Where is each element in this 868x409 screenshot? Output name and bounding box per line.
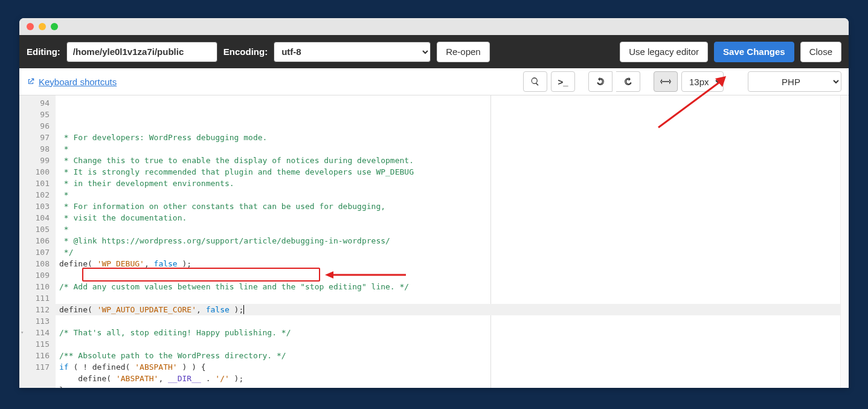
search-icon	[530, 77, 540, 86]
code-line[interactable]: * @link https://wordpress.org/support/ar…	[56, 235, 849, 246]
code-line[interactable]: *	[56, 224, 849, 235]
code-line[interactable]	[56, 338, 849, 350]
editor-toolbar: Keyboard shortcuts >_ 13px PHP	[19, 68, 849, 95]
language-select[interactable]: PHP	[748, 71, 841, 92]
top-toolbar: Editing: Encoding: utf-8 Re-open Use leg…	[19, 35, 849, 68]
use-legacy-editor-button[interactable]: Use legacy editor	[620, 42, 708, 62]
keyboard-shortcuts-label: Keyboard shortcuts	[39, 77, 117, 87]
font-size-select[interactable]: 13px	[681, 71, 724, 92]
reopen-button[interactable]: Re-open	[437, 42, 490, 62]
code-line[interactable]: */	[56, 246, 849, 258]
file-path-input[interactable]	[66, 42, 217, 62]
external-link-icon	[27, 77, 35, 86]
encoding-select[interactable]: utf-8	[274, 42, 431, 62]
search-button[interactable]	[523, 71, 547, 92]
code-line[interactable]: * It is strongly recommended that plugin…	[56, 166, 849, 178]
code-area[interactable]: * For developers: WordPress debugging mo…	[56, 95, 849, 388]
line-number-gutter: 9495969798991001011021031041051061071081…	[19, 95, 56, 388]
code-line[interactable]	[56, 292, 849, 304]
redo-icon	[623, 77, 633, 86]
close-button[interactable]: Close	[800, 42, 841, 62]
code-line[interactable]: define( 'WP_AUTO_UPDATE_CORE', false );	[56, 304, 849, 315]
redo-button[interactable]	[616, 71, 640, 92]
undo-button[interactable]	[588, 71, 612, 92]
code-line[interactable]: /* Add any custom values between this li…	[56, 281, 849, 292]
code-line[interactable]	[56, 269, 849, 281]
code-line[interactable]: * in their development environments.	[56, 178, 849, 189]
maximize-window-button[interactable]	[51, 23, 58, 30]
code-line[interactable]: * For information on other constants tha…	[56, 201, 849, 212]
code-line[interactable]: * Change this to true to enable the disp…	[56, 155, 849, 166]
wrap-icon	[660, 77, 671, 86]
undo-icon	[596, 77, 605, 86]
keyboard-shortcuts-link[interactable]: Keyboard shortcuts	[27, 77, 117, 87]
code-line[interactable]: * visit the documentation.	[56, 212, 849, 224]
code-line[interactable]: * For developers: WordPress debugging mo…	[56, 132, 849, 143]
code-line[interactable]	[56, 315, 849, 327]
encoding-label: Encoding:	[223, 47, 268, 57]
editing-label: Editing:	[27, 47, 60, 57]
editor-window: Editing: Encoding: utf-8 Re-open Use leg…	[19, 18, 849, 388]
code-line[interactable]: define( 'ABSPATH', __DIR__ . '/' );	[56, 373, 849, 384]
vertical-scrollbar[interactable]	[840, 95, 849, 388]
code-editor[interactable]: 9495969798991001011021031041051061071081…	[19, 95, 849, 388]
code-line[interactable]: *	[56, 189, 849, 201]
window-titlebar	[19, 18, 849, 35]
close-window-button[interactable]	[27, 23, 34, 30]
command-button[interactable]: >_	[551, 71, 575, 92]
code-line[interactable]: /** Absolute path to the WordPress direc…	[56, 350, 849, 361]
save-changes-button[interactable]: Save Changes	[714, 42, 794, 62]
code-line[interactable]: *	[56, 143, 849, 155]
code-line[interactable]: define( 'WP_DEBUG', false );	[56, 258, 849, 269]
code-line[interactable]: }	[56, 384, 849, 388]
code-line[interactable]: /* That's all, stop editing! Happy publi…	[56, 327, 849, 338]
wrap-toggle-button[interactable]	[654, 71, 678, 92]
code-line[interactable]: if ( ! defined( 'ABSPATH' ) ) {	[56, 361, 849, 373]
terminal-icon: >_	[558, 77, 568, 87]
minimize-window-button[interactable]	[39, 23, 46, 30]
